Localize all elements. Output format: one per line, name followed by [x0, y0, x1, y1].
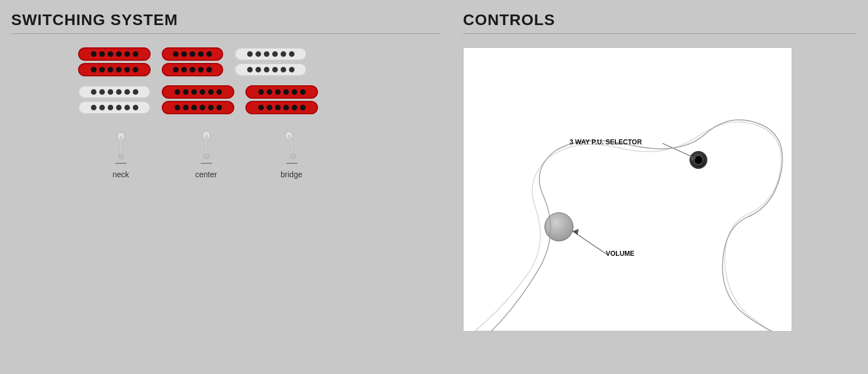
pickup-bar-white	[234, 63, 307, 76]
dot	[200, 105, 205, 110]
dot	[99, 89, 105, 95]
pickup-bar-red	[162, 101, 234, 114]
dot	[255, 51, 261, 57]
dot	[258, 105, 264, 110]
right-divider	[463, 33, 857, 34]
toggle-bridge: bridge	[249, 131, 334, 179]
dot	[108, 67, 113, 72]
controls-title: CONTROLS	[463, 11, 857, 29]
dot	[283, 89, 289, 95]
left-panel: SWITCHING SYSTEM	[0, 0, 457, 374]
dot	[255, 67, 261, 72]
pickup-bar-red	[245, 85, 318, 99]
dot	[247, 67, 253, 72]
dot	[289, 51, 295, 57]
pickup-bar-red	[162, 85, 234, 99]
svg-point-10	[290, 154, 296, 159]
toggle-bridge-icon	[285, 131, 298, 167]
dot	[289, 67, 295, 72]
dot	[133, 105, 138, 110]
dot	[116, 89, 122, 95]
pickup-bar-red	[162, 63, 223, 76]
dot	[99, 51, 105, 57]
dot	[124, 89, 130, 95]
dot	[133, 67, 138, 72]
dot	[198, 67, 204, 72]
dot	[258, 89, 264, 95]
toggle-neck: neck	[78, 131, 163, 179]
toggle-center-label: center	[195, 170, 217, 179]
dot	[116, 67, 122, 72]
dot	[190, 51, 195, 57]
dot	[272, 51, 278, 57]
pickup-bar-red	[78, 63, 151, 76]
selector-knob	[689, 151, 707, 169]
dot	[116, 51, 122, 57]
pickup-bar-red	[245, 101, 318, 114]
dot	[191, 105, 197, 110]
dot	[91, 89, 97, 95]
dot	[281, 51, 286, 57]
svg-point-6	[204, 154, 209, 159]
volume-knob	[544, 212, 573, 241]
right-panel: CONTROLS 3 WAY P.U. SELECTOR	[457, 0, 868, 374]
dot	[281, 67, 286, 72]
dot	[216, 89, 222, 95]
toggle-row: neck center	[78, 131, 441, 179]
dot	[275, 89, 281, 95]
dot	[183, 89, 189, 95]
dot	[206, 51, 212, 57]
dot	[133, 51, 138, 57]
dot	[181, 51, 187, 57]
dot	[175, 105, 180, 110]
dot	[91, 105, 97, 110]
guitar-body-svg	[464, 48, 792, 331]
dot	[173, 51, 179, 57]
pickup-bridge-row2	[245, 85, 318, 114]
dot	[91, 51, 97, 57]
dot	[108, 105, 113, 110]
dot	[198, 51, 204, 57]
dot	[124, 67, 130, 72]
dot	[264, 67, 269, 72]
dot	[133, 89, 138, 95]
pickup-bar-white	[78, 85, 151, 99]
dot	[116, 105, 122, 110]
dot	[206, 67, 212, 72]
dot	[191, 89, 197, 95]
dot	[267, 89, 272, 95]
dot	[292, 105, 297, 110]
volume-label: VOLUME	[606, 250, 634, 258]
dot	[124, 51, 130, 57]
pickup-grid	[78, 47, 441, 114]
dot	[208, 105, 214, 110]
dot	[275, 105, 281, 110]
svg-rect-1	[120, 137, 122, 157]
dot	[108, 89, 113, 95]
dot	[208, 89, 214, 95]
dot	[272, 67, 278, 72]
dot	[183, 105, 189, 110]
pickup-row-2	[78, 85, 441, 114]
dot	[124, 105, 130, 110]
controls-diagram: 3 WAY P.U. SELECTOR VOLUME	[463, 47, 792, 332]
dot	[283, 105, 289, 110]
pickup-center-row2	[162, 85, 234, 114]
pickup-row-1	[78, 47, 441, 76]
dot	[99, 67, 105, 72]
svg-point-2	[118, 154, 124, 159]
dot	[216, 105, 222, 110]
selector-label: 3 WAY P.U. SELECTOR	[570, 138, 642, 146]
dot	[99, 105, 105, 110]
pickup-bar-red	[78, 47, 151, 61]
toggle-center: center	[163, 131, 249, 179]
dot	[108, 51, 113, 57]
dot	[175, 89, 180, 95]
toggle-bridge-label: bridge	[281, 170, 302, 179]
pickup-center-row1	[162, 47, 223, 76]
toggle-center-icon	[200, 131, 213, 167]
dot	[300, 89, 306, 95]
pickup-neck-row1	[78, 47, 151, 76]
dot	[292, 89, 297, 95]
dot	[91, 67, 97, 72]
